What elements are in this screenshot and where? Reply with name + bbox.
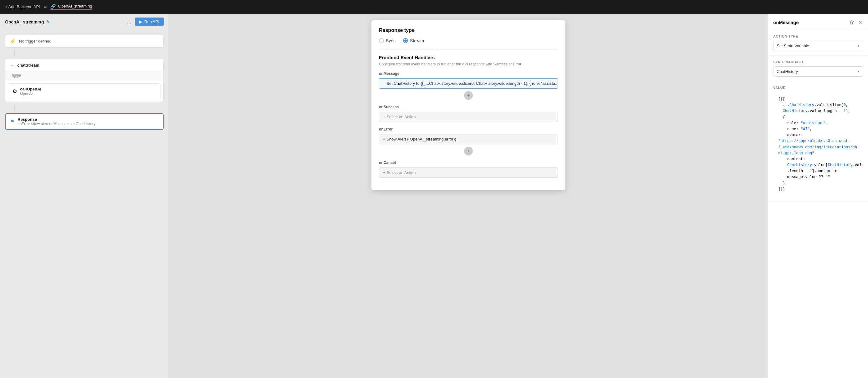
run-api-button[interactable]: ▶ Run API	[135, 18, 164, 26]
delete-button[interactable]: 🗑	[849, 19, 855, 26]
top-bar-left: + Add Backend API ≡ 🔗 OpenAI_streaming	[5, 4, 92, 10]
code-line-3: ChatHistory.value.length - 1),	[778, 108, 858, 114]
center-area: Response type Sync Stream Frontend Event…	[169, 14, 768, 378]
no-trigger-node[interactable]: ⚡ No trigger defined	[5, 35, 164, 48]
chatstream-header: ← chatStream	[5, 59, 163, 71]
left-panel: OpenAI_streaming ✎ ... ▶ Run API ⚡ No tr…	[0, 14, 169, 378]
code-line-6: name: "AI",	[778, 126, 858, 132]
on-success-label: onSuccess	[379, 105, 558, 109]
stream-label: Stream	[410, 38, 424, 43]
on-cancel-select-action[interactable]: + Select an Action	[379, 167, 558, 178]
state-variable-select[interactable]: ChatHistory ▾	[773, 66, 863, 77]
on-cancel-section: onCancel + Select an Action	[379, 160, 558, 178]
dots-menu-button[interactable]: ...	[127, 19, 131, 25]
close-button[interactable]: ✕	[858, 19, 863, 26]
on-message-section: onMessage = Set ChatHistory to {{[ ...Ch…	[379, 71, 558, 100]
action-type-label: Action Type	[773, 34, 863, 38]
action-type-select[interactable]: Set State Variable ▾	[773, 41, 863, 51]
right-panel: onMessage 🗑 ✕ Action Type Set State Vari…	[768, 14, 868, 378]
call-openai-label: callOpenAI	[20, 87, 41, 91]
edit-icon[interactable]: ✎	[46, 20, 50, 24]
chevron-down-icon-2: ▾	[858, 69, 860, 73]
frontend-event-title: Frontend Event Handlers	[379, 55, 558, 60]
main-layout: OpenAI_streaming ✎ ... ▶ Run API ⚡ No tr…	[0, 14, 868, 378]
sync-option[interactable]: Sync	[379, 38, 396, 43]
chatstream-node[interactable]: ← chatStream Trigger ⚙ callOpenAI OpenAI	[5, 59, 164, 102]
chatstream-name: chatStream	[17, 63, 39, 68]
response-icon: ⚑	[10, 119, 14, 125]
state-variable-section: State Variable ChatHistory ▾	[768, 56, 868, 81]
code-line-9: 2.amazonaws.com/img/integrations/ch	[778, 145, 858, 151]
code-line-11: content:	[778, 156, 858, 162]
sync-label: Sync	[386, 38, 396, 43]
response-label: Response	[18, 117, 95, 122]
on-error-label: onError	[379, 127, 558, 131]
on-error-action-row[interactable]: = Show Alert {{OpenAI_streaming.error}}	[379, 134, 558, 144]
right-panel-title: onMessage	[773, 20, 799, 25]
call-openai-content: callOpenAI OpenAI	[20, 87, 41, 96]
active-tab[interactable]: 🔗 OpenAI_streaming	[51, 4, 92, 10]
on-message-action-text: = Set ChatHistory to {{[ ...ChatHistory.…	[383, 81, 559, 86]
response-desc: onError show alert onMessage set ChatHis…	[18, 122, 95, 126]
on-cancel-action-label: + Select an Action	[383, 170, 415, 175]
modal-title: Response type	[379, 28, 558, 33]
chatstream-icon: ←	[10, 62, 15, 68]
response-type-radio-group: Sync Stream	[379, 38, 558, 43]
divider-1	[379, 50, 558, 50]
connector-line-1	[14, 50, 15, 56]
on-cancel-label: onCancel	[379, 160, 558, 165]
add-on-message-button[interactable]: +	[464, 91, 473, 100]
add-on-error-button[interactable]: +	[464, 147, 473, 156]
code-editor[interactable]: {{[ ...ChatHistory.value.slice(0, ChatHi…	[773, 92, 863, 197]
stream-radio[interactable]	[403, 38, 408, 43]
code-line-4: {	[778, 115, 858, 121]
code-line-13: .length - 1].content +	[778, 168, 858, 174]
left-panel-header: OpenAI_streaming ✎ ... ▶ Run API	[0, 14, 169, 30]
code-line-12: ChatHistory.value[ChatHistory.value	[778, 162, 858, 168]
tab-icon: 🔗	[51, 4, 56, 9]
right-panel-header-actions: 🗑 ✕	[849, 19, 863, 26]
code-line-15: }	[778, 181, 858, 187]
tab-label: OpenAI_streaming	[58, 4, 92, 8]
code-line-14: message.value ?? ""	[778, 174, 858, 180]
run-icon: ▶	[139, 20, 143, 24]
add-backend-button[interactable]: + Add Backend API	[5, 4, 40, 9]
api-name-label: OpenAI_streaming	[5, 20, 44, 24]
sync-radio[interactable]	[379, 38, 384, 43]
add-icon-2: +	[467, 148, 470, 154]
on-error-action-text: = Show Alert {{OpenAI_streaming.error}}	[383, 137, 456, 141]
action-type-value: Set State Variable	[777, 43, 809, 48]
flow-area: ⚡ No trigger defined ← chatStream Trigge…	[0, 30, 169, 378]
action-type-section: Action Type Set State Variable ▾	[768, 30, 868, 56]
frontend-event-desc: Configure frontend event handlers to run…	[379, 62, 558, 66]
on-message-label: onMessage	[379, 71, 558, 76]
trigger-label: Trigger	[5, 71, 163, 81]
state-variable-value: ChatHistory	[777, 69, 798, 74]
openai-sublabel: OpenAI	[20, 91, 41, 96]
code-line-16: ]}}	[778, 187, 858, 192]
code-line-5: role: "assistant",	[778, 121, 858, 126]
on-success-action-label: + Select an Action	[383, 115, 415, 119]
stream-option[interactable]: Stream	[403, 38, 424, 43]
openai-icon: ⚙	[12, 88, 17, 94]
on-success-select-action[interactable]: + Select an Action	[379, 112, 558, 122]
response-type-modal: Response type Sync Stream Frontend Event…	[371, 20, 565, 190]
left-panel-actions: ... ▶ Run API	[127, 18, 164, 26]
menu-icon[interactable]: ≡	[44, 4, 46, 10]
no-trigger-label: No trigger defined	[19, 39, 51, 43]
on-message-action-row[interactable]: = Set ChatHistory to {{[ ...ChatHistory.…	[379, 78, 558, 89]
call-openai-node[interactable]: ⚙ callOpenAI OpenAI	[8, 83, 161, 99]
code-line-2: ...ChatHistory.value.slice(0,	[778, 102, 858, 108]
code-line-7: avatar:	[778, 132, 858, 138]
add-backend-label: + Add Backend API	[5, 4, 40, 9]
add-icon: +	[467, 93, 470, 98]
response-node[interactable]: ⚑ Response onError show alert onMessage …	[5, 113, 164, 130]
chevron-down-icon: ▾	[858, 44, 860, 48]
state-variable-label: State Variable	[773, 60, 863, 64]
value-label: Value	[773, 86, 863, 90]
connector-line-2	[14, 104, 15, 111]
top-bar: + Add Backend API ≡ 🔗 OpenAI_streaming	[0, 0, 868, 14]
api-name: OpenAI_streaming ✎	[5, 20, 50, 24]
code-line-8: "https://superblocks.s3.us-west-	[778, 138, 858, 144]
modal-overlay: Response type Sync Stream Frontend Event…	[169, 14, 768, 378]
